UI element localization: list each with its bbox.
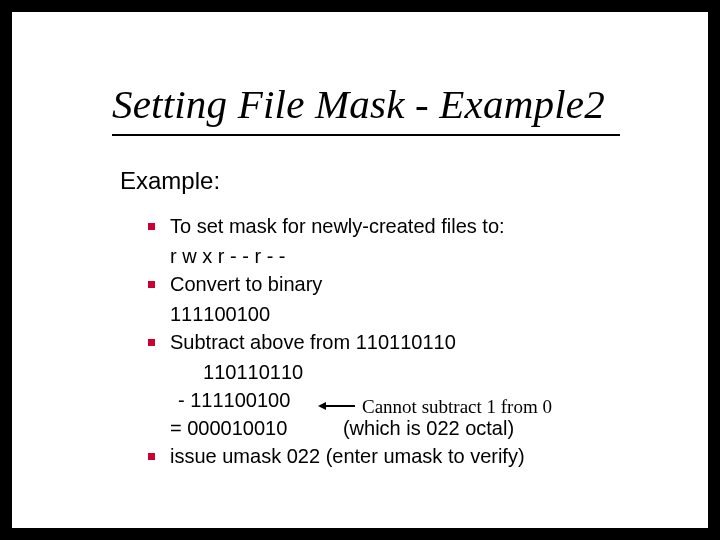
bullet-icon <box>148 339 155 346</box>
item-text: issue umask 022 (enter umask to verify) <box>170 445 525 467</box>
bullet-icon <box>148 223 155 230</box>
item-text: Convert to binary <box>170 273 322 295</box>
item-sub: 111100100 <box>148 300 668 328</box>
example-heading: Example: <box>120 167 220 195</box>
calc-line: 110110110 <box>148 358 668 386</box>
bullet-icon <box>148 453 155 460</box>
list-item: Subtract above from 110110110 <box>148 328 668 356</box>
item-sub: r w x r - - r - - <box>148 242 668 270</box>
bullet-icon <box>148 281 155 288</box>
slide-title: Setting File Mask - Example2 <box>112 80 605 128</box>
list-item: To set mask for newly-created files to: <box>148 212 668 240</box>
item-text: Subtract above from 110110110 <box>170 331 456 353</box>
result-line: = 000010010 (which is 022 octal) <box>148 414 668 442</box>
bullet-list: To set mask for newly-created files to: … <box>148 212 668 472</box>
item-text: To set mask for newly-created files to: <box>170 215 505 237</box>
title-underline <box>112 134 620 136</box>
arrow-line <box>325 405 355 407</box>
arrow-left-icon <box>318 402 326 410</box>
slide: Setting File Mask - Example2 Example: To… <box>12 12 708 528</box>
annotation-text: Cannot subtract 1 from 0 <box>362 396 552 418</box>
list-item: issue umask 022 (enter umask to verify) <box>148 442 668 470</box>
list-item: Convert to binary <box>148 270 668 298</box>
